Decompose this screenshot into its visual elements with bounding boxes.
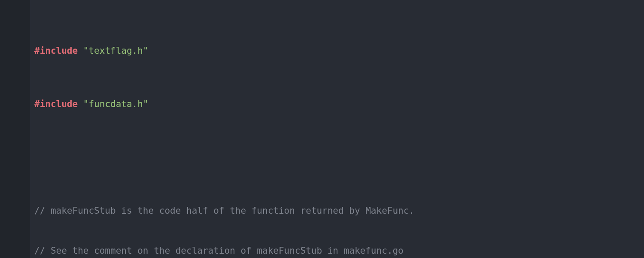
preproc-include: #include — [34, 99, 78, 109]
code-area[interactable]: #include "textflag.h" #include "funcdata… — [34, 4, 644, 258]
preproc-include: #include — [34, 46, 78, 56]
include-path: "funcdata.h" — [83, 99, 149, 109]
comment: // See the comment on the declaration of… — [34, 246, 404, 256]
space — [78, 46, 83, 56]
code-line[interactable]: // See the comment on the declaration of… — [34, 244, 644, 258]
code-editor[interactable]: #include "textflag.h" #include "funcdata… — [0, 0, 644, 258]
gutter — [0, 0, 30, 258]
code-line[interactable]: #include "textflag.h" — [34, 44, 644, 58]
code-line[interactable]: // makeFuncStub is the code half of the … — [34, 204, 644, 218]
blank-line[interactable] — [34, 151, 644, 164]
space — [78, 99, 83, 109]
include-path: "textflag.h" — [83, 46, 149, 56]
code-line[interactable]: #include "funcdata.h" — [34, 98, 644, 111]
comment: // makeFuncStub is the code half of the … — [34, 206, 414, 216]
